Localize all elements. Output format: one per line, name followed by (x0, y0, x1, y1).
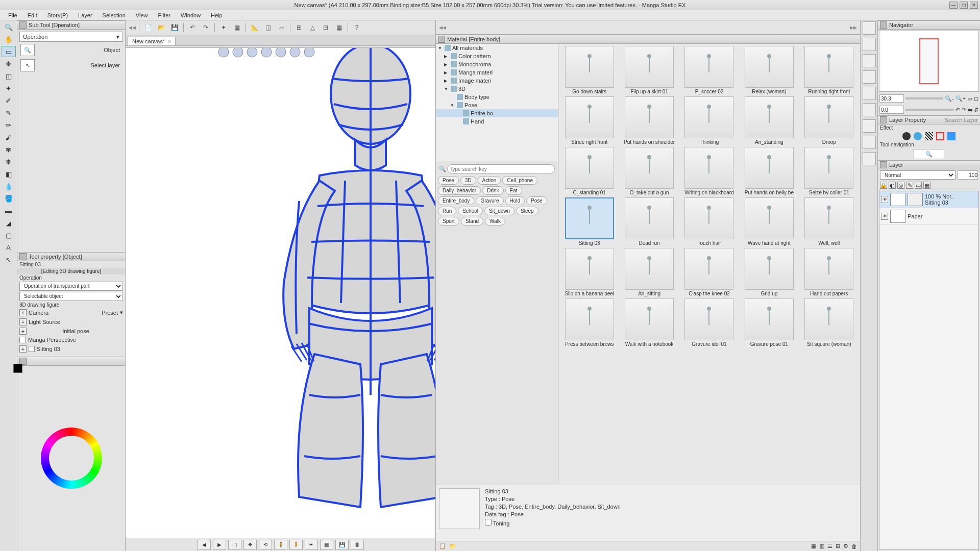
hand-tool-icon[interactable]: ✋ (2, 34, 16, 45)
material-item[interactable]: Droop (800, 96, 858, 145)
pencil-tool-icon[interactable]: ✏ (2, 119, 16, 131)
toolnav-icon[interactable]: 🔍 (914, 149, 944, 159)
canvas[interactable] (126, 48, 435, 538)
del-icon[interactable]: 🗑 (351, 540, 364, 550)
material-item[interactable]: Clasp the knee 02 (680, 248, 738, 296)
open-icon[interactable]: 📂 (156, 22, 167, 33)
grid-icon[interactable]: ▦ (231, 22, 242, 33)
ruler-icon[interactable]: ▦ (923, 182, 930, 189)
expand-icon[interactable]: + (19, 328, 27, 335)
material-item[interactable]: Hand out papers (800, 248, 858, 296)
material-item[interactable]: Walk with a notebook (620, 298, 678, 347)
qa-icon[interactable] (863, 54, 876, 67)
effect-dot-icon[interactable] (902, 132, 911, 140)
material-item[interactable]: Running right front (800, 46, 858, 94)
material-item[interactable]: Put hands on belly be (740, 147, 798, 195)
figure-3d[interactable] (207, 48, 435, 538)
fig2-icon[interactable]: 🧍 (289, 540, 303, 550)
tile-icon[interactable]: ▦ (333, 22, 345, 33)
eyedropper-tool-icon[interactable]: ✐ (2, 95, 16, 106)
tag-button[interactable]: Pose (438, 176, 459, 185)
material-item[interactable]: Gravure pose 01 (740, 298, 798, 347)
rotl-icon[interactable]: ↶ (955, 107, 960, 113)
canvas-tab[interactable]: New canvas*× (128, 37, 176, 45)
qa-icon[interactable] (863, 152, 876, 165)
maximize-icon[interactable]: ◻ (960, 2, 968, 9)
view-small-icon[interactable]: ▥ (819, 543, 824, 549)
expand-icon[interactable]: + (19, 318, 27, 325)
menu-layer[interactable]: Layer (73, 11, 97, 19)
qa-icon[interactable] (863, 70, 876, 84)
color-square[interactable] (58, 444, 85, 472)
correct-tool-icon[interactable]: ↖ (2, 254, 16, 265)
shape-tool-icon[interactable]: ◢ (2, 217, 16, 229)
move-tool-icon[interactable]: ✥ (2, 58, 16, 69)
layer-row[interactable]: 👁 Paper (879, 208, 978, 225)
material-item[interactable]: Grid up (740, 248, 798, 296)
eraser-tool-icon[interactable]: ◧ (2, 168, 16, 180)
tag-button[interactable]: 3D (460, 176, 476, 185)
tree-node[interactable]: ▼All materials (436, 44, 558, 52)
menu-filter[interactable]: Filter (153, 11, 176, 19)
snap-toggle-icon[interactable]: ⊞ (293, 22, 305, 33)
material-item[interactable]: Touch hair (680, 197, 738, 246)
rotate-input[interactable] (879, 106, 904, 114)
tag-button[interactable]: Hold (505, 196, 525, 205)
qa-icon[interactable] (863, 21, 876, 35)
blend-tool-icon[interactable]: 💧 (2, 181, 16, 192)
tree-node[interactable]: ▼Pose (436, 101, 558, 109)
subtool-combo[interactable]: Operation▾ (19, 32, 123, 42)
qa-icon[interactable] (863, 119, 876, 133)
cam2-icon[interactable]: ✥ (243, 540, 257, 550)
effect-color-icon[interactable] (947, 132, 955, 140)
color-wheel[interactable] (17, 366, 125, 552)
tag-button[interactable]: Action (478, 176, 501, 185)
qa-icon[interactable] (863, 38, 876, 51)
material-item[interactable]: Press between brows (560, 298, 618, 347)
fig1-icon[interactable]: 🧍 (274, 540, 287, 550)
toning-checkbox[interactable] (485, 519, 492, 525)
brush-tool-icon[interactable]: 🖌 (2, 132, 16, 143)
material-item[interactable]: Thinking (680, 96, 738, 145)
fit-icon[interactable]: ▭ (967, 95, 972, 102)
menu-file[interactable]: File (3, 11, 22, 19)
gradient-tool-icon[interactable]: ▬ (2, 205, 16, 216)
tag-button[interactable]: Pose (526, 196, 547, 205)
draft-icon[interactable]: ✎ (906, 182, 913, 189)
tag-button[interactable]: Drink (482, 186, 503, 195)
fliph-icon[interactable]: ⇋ (968, 107, 972, 113)
tag-button[interactable]: Sleep (516, 207, 538, 215)
manga-perspective-checkbox[interactable] (19, 337, 26, 343)
material-item[interactable]: P_soccer 02 (680, 46, 738, 94)
zoom-tool-icon[interactable]: 🔍 (2, 21, 16, 33)
paste-icon[interactable]: 📋 (439, 543, 446, 549)
mask-icon[interactable]: ▭ (915, 182, 922, 189)
trash-icon[interactable]: 🗑 (851, 543, 857, 549)
material-item[interactable]: Sit square (woman) (800, 298, 858, 347)
tree-node[interactable]: Entire bo (436, 109, 558, 117)
menu-view[interactable]: View (131, 11, 153, 19)
material-item[interactable]: Flip up a skirt 01 (620, 46, 678, 94)
clip-icon[interactable]: ◐ (889, 182, 896, 189)
object-subtool-icon[interactable]: 🔍 (20, 44, 35, 56)
eye-icon[interactable] (29, 346, 35, 352)
menu-edit[interactable]: Edit (22, 11, 42, 19)
airbrush-tool-icon[interactable]: ✾ (2, 144, 16, 155)
ruler2-icon[interactable]: ◫ (262, 22, 274, 33)
view-list-icon[interactable]: ☰ (827, 543, 832, 549)
tag-button[interactable]: Sport (438, 217, 459, 226)
text-tool-icon[interactable]: A (2, 242, 16, 253)
cam1-icon[interactable]: ⬚ (228, 540, 241, 550)
ruler-icon[interactable]: 📐 (249, 22, 260, 33)
ruler3-icon[interactable]: ▱ (276, 22, 287, 33)
lock-icon[interactable]: 🔒 (880, 182, 887, 189)
menu-help[interactable]: Help (206, 11, 228, 19)
qa-icon[interactable] (863, 103, 876, 116)
tag-button[interactable]: Gravure (476, 196, 503, 205)
save-pose-icon[interactable]: 💾 (335, 540, 349, 550)
pen-tool-icon[interactable]: ✎ (2, 107, 16, 118)
material-item[interactable]: Put hands on shoulder (620, 96, 678, 145)
cam3-icon[interactable]: ⟲ (259, 540, 272, 550)
view-detail-icon[interactable]: ⊞ (836, 543, 840, 549)
material-item[interactable]: Seize by collar 01 (800, 147, 858, 195)
